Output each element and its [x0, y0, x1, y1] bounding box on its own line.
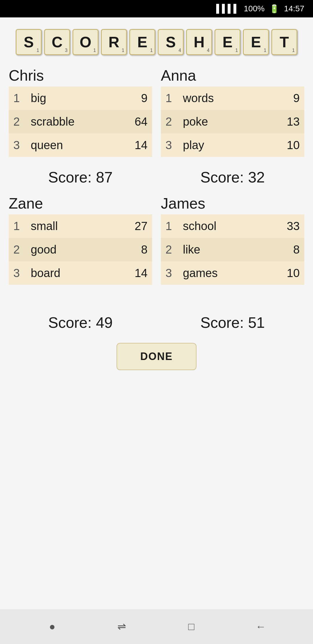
play-word: small	[26, 214, 106, 238]
play-word: good	[26, 238, 106, 261]
title-tile-t: T1	[271, 29, 297, 55]
play-score: 64	[115, 110, 152, 133]
main-content: Chris 1 big 9 2 scrabble 64 3 queen 14 A…	[0, 61, 313, 609]
player-chris-name: Chris	[9, 64, 152, 86]
table-row: 2 poke 13	[161, 110, 304, 133]
player-james-table: 1 school 33 2 like 8 3 games 10	[161, 214, 304, 285]
play-number: 3	[161, 261, 178, 285]
play-number: 2	[9, 110, 26, 133]
play-number: 3	[9, 133, 26, 157]
title-area: S1C3O1R1E1S4H4E1E1T1	[0, 17, 313, 61]
table-row: 3 queen 14	[9, 133, 152, 157]
play-number: 1	[9, 86, 26, 110]
title-tile-c: C3	[44, 29, 70, 55]
play-word: like	[178, 238, 262, 261]
bottom-scores-row: Score: 49 Score: 51	[9, 302, 304, 337]
title-tile-s: S4	[158, 29, 184, 55]
play-score: 10	[262, 261, 304, 285]
play-word: queen	[26, 133, 115, 157]
play-score: 10	[259, 133, 304, 157]
play-score: 9	[259, 86, 304, 110]
play-score: 8	[106, 238, 152, 261]
player-anna-section: Anna 1 words 9 2 poke 13 3 play 10	[161, 64, 304, 157]
done-button-area: DONE	[9, 337, 304, 379]
player-anna-table: 1 words 9 2 poke 13 3 play 10	[161, 86, 304, 157]
done-button[interactable]: DONE	[117, 343, 196, 370]
play-number: 1	[9, 214, 26, 238]
table-row: 1 school 33	[161, 214, 304, 238]
battery-percent: 100%	[244, 4, 265, 13]
square-icon[interactable]: □	[183, 618, 200, 635]
play-word: big	[26, 86, 115, 110]
zane-total: Score: 49	[9, 314, 152, 331]
play-word: poke	[178, 110, 259, 133]
play-score: 9	[115, 86, 152, 110]
top-scores-row: Score: 87 Score: 32	[9, 157, 304, 192]
james-total: Score: 51	[161, 314, 304, 331]
table-row: 3 games 10	[161, 261, 304, 285]
player-james-section: James 1 school 33 2 like 8 3 games 10	[161, 192, 304, 285]
play-word: scrabble	[26, 110, 115, 133]
status-bar: ▌▌▌▌ 100% 🔋 14:57	[0, 0, 313, 17]
title-tile-e: E1	[243, 29, 269, 55]
player-zane-name: Zane	[9, 192, 152, 214]
player-zane-section: Zane 1 small 27 2 good 8 3 board 14	[9, 192, 152, 285]
table-row: 2 scrabble 64	[9, 110, 152, 133]
play-score: 27	[106, 214, 152, 238]
play-number: 1	[161, 214, 178, 238]
title-tile-s: S1	[16, 29, 42, 55]
player-anna-name: Anna	[161, 64, 304, 86]
table-row: 1 words 9	[161, 86, 304, 110]
battery-icon: 🔋	[269, 4, 279, 14]
menu-icon[interactable]: ⇌	[113, 618, 130, 635]
home-icon[interactable]: ●	[43, 618, 61, 635]
play-number: 2	[161, 238, 178, 261]
time: 14:57	[284, 4, 304, 13]
player-zane-table: 1 small 27 2 good 8 3 board 14	[9, 214, 152, 285]
play-number: 1	[161, 86, 178, 110]
play-number: 3	[9, 261, 26, 285]
chris-total: Score: 87	[9, 169, 152, 186]
title-tile-o: O1	[72, 29, 99, 55]
play-score: 13	[259, 110, 304, 133]
top-players-grid: Chris 1 big 9 2 scrabble 64 3 queen 14 A…	[9, 64, 304, 157]
title-tile-e: E1	[129, 29, 155, 55]
play-score: 33	[262, 214, 304, 238]
bottom-players-grid: Zane 1 small 27 2 good 8 3 board 14 Jame…	[9, 192, 304, 285]
table-row: 2 good 8	[9, 238, 152, 261]
title-tile-e: E1	[214, 29, 241, 55]
player-james-name: James	[161, 192, 304, 214]
play-number: 2	[9, 238, 26, 261]
back-icon[interactable]: ←	[252, 618, 270, 635]
play-score: 14	[115, 133, 152, 157]
play-number: 3	[161, 133, 178, 157]
table-row: 3 play 10	[161, 133, 304, 157]
table-row: 2 like 8	[161, 238, 304, 261]
bottom-nav: ● ⇌ □ ←	[0, 609, 313, 644]
play-number: 2	[161, 110, 178, 133]
signal-icon: ▌▌▌▌	[216, 4, 239, 13]
play-word: school	[178, 214, 262, 238]
title-tile-r: R1	[101, 29, 127, 55]
title-tile-h: H4	[186, 29, 212, 55]
player-chris-table: 1 big 9 2 scrabble 64 3 queen 14	[9, 86, 152, 157]
anna-total: Score: 32	[161, 169, 304, 186]
play-score: 8	[262, 238, 304, 261]
play-score: 14	[106, 261, 152, 285]
table-row: 1 big 9	[9, 86, 152, 110]
play-word: words	[178, 86, 259, 110]
play-word: games	[178, 261, 262, 285]
play-word: board	[26, 261, 106, 285]
player-chris-section: Chris 1 big 9 2 scrabble 64 3 queen 14	[9, 64, 152, 157]
play-word: play	[178, 133, 259, 157]
table-row: 3 board 14	[9, 261, 152, 285]
table-row: 1 small 27	[9, 214, 152, 238]
